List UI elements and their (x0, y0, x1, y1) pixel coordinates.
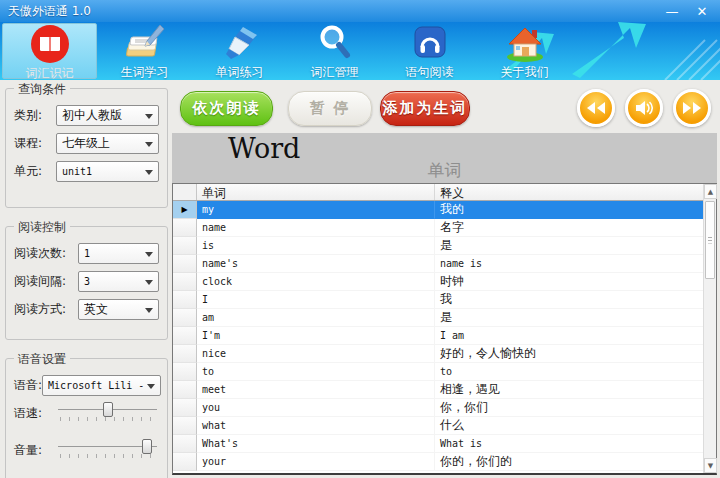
word-cell: to (197, 363, 435, 381)
meaning-cell: I am (435, 327, 703, 345)
meaning-cell: name is (435, 255, 703, 273)
word-cell: meet (197, 381, 435, 399)
table-row[interactable]: ▶ meet 相逢，遇见 (173, 381, 703, 399)
read-aloud-button[interactable]: 依次朗读 (180, 91, 273, 126)
minimize-button[interactable]: — (664, 5, 680, 18)
headphones-icon (410, 23, 450, 63)
toolbar-tabs: 词汇识记 生词学习 单词练习 词汇管理 语句阅读 (2, 22, 572, 80)
table-row[interactable]: ▶ to to (173, 363, 703, 381)
current-word-subtitle: 单词 (172, 159, 717, 182)
chevron-down-icon (147, 384, 155, 389)
word-cell: I (197, 291, 435, 309)
chevron-down-icon (145, 170, 153, 175)
table-row[interactable]: ▶ name 名字 (173, 219, 703, 237)
category-select[interactable]: 初中人教版 (56, 105, 159, 126)
meaning-cell: 名字 (435, 219, 703, 237)
table-row[interactable]: ▶ my 我的 (173, 201, 703, 219)
next-word-button[interactable] (673, 89, 711, 127)
media-controls (577, 89, 711, 127)
table-row[interactable]: ▶ I 我 (173, 291, 703, 309)
meaning-cell: What is (435, 435, 703, 453)
chevron-down-icon (145, 142, 153, 147)
word-cell: is (197, 237, 435, 255)
unit-label: 单元: (14, 163, 56, 180)
meaning-cell: to (435, 363, 703, 381)
chevron-down-icon (145, 114, 153, 119)
volume-slider[interactable] (56, 438, 159, 464)
meaning-cell: 我 (435, 291, 703, 309)
scroll-up-button[interactable]: ▲ (704, 184, 717, 199)
scroll-down-button[interactable]: ▼ (704, 458, 717, 473)
minimize-icon: — (666, 4, 679, 19)
voice-settings-group: 语音设置 语音: Microsoft Lili - 语速: 音量: (5, 358, 168, 478)
read-times-label: 阅读次数: (14, 245, 78, 262)
vertical-scrollbar[interactable]: ▲ ▼ (703, 184, 716, 473)
word-column-header[interactable]: 单词 (197, 184, 435, 200)
table-row[interactable]: ▶ What's What is (173, 435, 703, 453)
table-row[interactable]: ▶ clock 时钟 (173, 273, 703, 291)
word-cell: your (197, 453, 435, 471)
table-row[interactable]: ▶ am 是 (173, 309, 703, 327)
course-label: 课程: (14, 135, 56, 152)
row-header-cell: ▶ (173, 435, 197, 453)
speed-slider[interactable] (56, 401, 159, 427)
chevron-down-icon (145, 280, 153, 285)
meaning-cell: 你的，你们的 (435, 453, 703, 471)
tab-about-us[interactable]: 关于我们 (477, 23, 572, 79)
close-icon: ✕ (697, 4, 708, 19)
current-word-panel: Word 单词 (172, 133, 717, 183)
word-cell: name's (197, 255, 435, 273)
table-row[interactable]: ▶ nice 好的，令人愉快的 (173, 345, 703, 363)
scrollbar-grip-icon (708, 237, 712, 244)
course-select[interactable]: 七年级上 (56, 133, 159, 154)
notepad-pen-icon (124, 23, 166, 63)
tab-new-words-study[interactable]: 生词学习 (97, 23, 192, 79)
main-panel: 依次朗读 暂 停 添加为生词 Word 单词 单词 释义 ▶ my 我的 ▶ (172, 86, 717, 475)
previous-word-button[interactable] (577, 89, 615, 127)
meaning-cell: 是 (435, 309, 703, 327)
read-mode-select[interactable]: 英文 (78, 299, 159, 320)
home-icon (503, 23, 547, 63)
group-title: 查询条件 (14, 81, 70, 98)
word-cell: my (197, 201, 435, 219)
table-row[interactable]: ▶ I'm I am (173, 327, 703, 345)
word-cell: what (197, 417, 435, 435)
speed-slider-thumb[interactable] (103, 402, 113, 417)
speak-button[interactable] (625, 89, 663, 127)
row-header-cell: ▶ (173, 273, 197, 291)
table-row[interactable]: ▶ you 你，你们 (173, 399, 703, 417)
tab-sentence-reading[interactable]: 语句阅读 (382, 23, 477, 79)
tab-label: 生词学习 (121, 64, 169, 80)
add-new-word-button[interactable]: 添加为生词 (380, 91, 470, 126)
tab-label: 单词练习 (216, 64, 264, 80)
voice-label: 语音: (14, 377, 42, 394)
skip-back-icon (586, 101, 606, 115)
actions-row: 依次朗读 暂 停 添加为生词 (172, 86, 717, 133)
tab-vocab-manage[interactable]: 词汇管理 (287, 23, 382, 79)
unit-select[interactable]: unit1 (56, 161, 159, 182)
voice-select[interactable]: Microsoft Lili - (42, 375, 161, 396)
pause-button[interactable]: 暂 停 (288, 91, 372, 126)
row-header-cell: ▶ (173, 327, 197, 345)
tab-word-practice[interactable]: 单词练习 (192, 23, 287, 79)
table-row[interactable]: ▶ your 你的，你们的 (173, 453, 703, 471)
grid-header: 单词 释义 (173, 184, 703, 201)
speed-label: 语速: (14, 405, 56, 422)
tab-label: 词汇识记 (26, 65, 74, 80)
window-title: 天傲外语通 1.0 (0, 3, 91, 20)
table-row[interactable]: ▶ name's name is (173, 255, 703, 273)
row-header-cell: ▶ (173, 453, 197, 471)
scrollbar-thumb[interactable] (705, 201, 715, 279)
sidebar: 查询条件 类别: 初中人教版 课程: 七年级上 单元: unit1 阅读控制 (5, 88, 168, 472)
read-interval-select[interactable]: 3 (78, 271, 159, 292)
volume-slider-thumb[interactable] (142, 439, 152, 454)
read-times-select[interactable]: 1 (78, 243, 159, 264)
close-button[interactable]: ✕ (694, 5, 710, 18)
row-header-cell: ▶ (173, 255, 197, 273)
table-row[interactable]: ▶ is 是 (173, 237, 703, 255)
tab-vocab-memorize[interactable]: 词汇识记 (2, 23, 97, 79)
table-row[interactable]: ▶ what 什么 (173, 417, 703, 435)
row-header-cell: ▶ (173, 345, 197, 363)
group-title: 阅读控制 (14, 219, 70, 236)
meaning-column-header[interactable]: 释义 (435, 184, 703, 200)
